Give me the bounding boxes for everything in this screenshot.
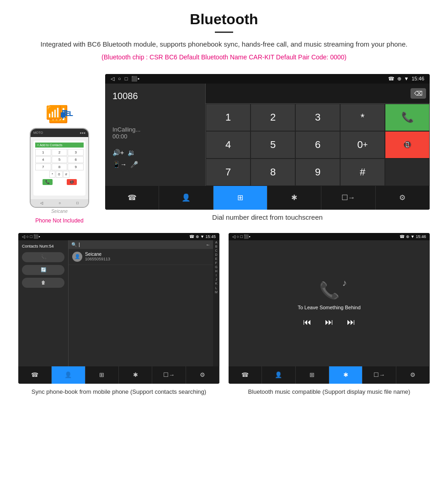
car-phone-number: 10086 [112,91,198,101]
car-mic-icon[interactable]: 🎤 [130,161,138,168]
phone-call-buttons: 📞 📵 [35,179,84,185]
m-tab-dialpad[interactable]: ⊞ [296,366,329,384]
car-tab-dialpad[interactable]: ⊞ [213,186,267,210]
car-key-6[interactable]: 6 [295,131,340,159]
car-location-icon: ⊕ [397,76,401,82]
contacts-bottom-bar: ☎ 👤 ⊞ ✱ ☐→ ⚙ [18,366,219,384]
car-calling-status: InCalling... [112,126,198,133]
car-end-button[interactable]: 📵 [385,131,430,159]
m-tab-contacts[interactable]: 👤 [262,366,295,384]
phone-home-icon: ○ [59,201,61,205]
c-tab-contacts[interactable]: 👤 [52,366,85,384]
search-back-icon[interactable]: ← [206,242,210,247]
car-key-2[interactable]: 2 [251,104,295,131]
car-transfer-icon[interactable]: 📱→ [112,161,127,168]
phone-frame: MOTO ●●● + Add to Contacts 123 456 789 *… [30,128,89,208]
music-next-icon[interactable]: ⏭ [347,317,355,327]
c-tab-settings[interactable]: ⚙ [186,366,219,384]
c-tab-transfer[interactable]: ☐→ [152,366,186,384]
car-tab-calls[interactable]: ☎ [105,186,159,210]
phone-end-button: 📵 [67,179,77,185]
music-controls: ⏮ ⏭ ⏭ [303,317,355,327]
car-call-button[interactable]: 📞 [385,104,430,131]
m-tab-bluetooth[interactable]: ✱ [329,366,363,384]
car-extra-buttons: 📱→ 🎤 [112,161,198,168]
music-screen-inner: ◁ ○ □ ⬛▪ ☎ ⊕ ▼ 15:46 📞 ♪ To Leave Someth… [229,233,430,384]
car-clock: 15:46 [411,76,424,81]
c-tab-dialpad[interactable]: ⊞ [85,366,119,384]
car-bottom-bar: ☎ 👤 ⊞ ✱ ☐→ ⚙ [105,186,430,210]
phone-mockup: 📶 ✸ 📶 ℡ MOTO ●●● + Add to Contacts 123 [18,101,101,224]
contacts-caption: Sync phone-book from mobile phone (Suppo… [18,387,219,397]
contacts-status-right: ☎ ⊕ ▼ 15:45 [189,234,216,239]
bluetooth-logo-icon: ℡ [62,107,73,119]
trash-icon: 🗑 [41,280,46,285]
car-back-icon: ◁ [111,76,114,82]
contacts-right-panel: 🔍 | ← 👤 Seicane 10655059113 [69,240,213,366]
call-icon: 📞 [41,254,46,259]
car-notif-icon: ⬛▪ [131,76,139,82]
car-tab-bluetooth[interactable]: ✱ [267,186,321,210]
search-icon: 🔍 [71,242,77,247]
car-status-bar: ◁ ○ □ ⬛▪ ☎ ⊕ ▼ 15:46 [105,74,430,84]
search-row: 🔍 | ← [69,240,213,249]
phone-zero-row: *0# [35,171,84,178]
c-tab-calls[interactable]: ☎ [18,366,52,384]
car-key-0plus[interactable]: 0+ [340,131,385,159]
car-home-icon: ○ [118,76,121,82]
contacts-body: Contacts Num:54 📞 🔄 🗑 🔍 [18,240,219,366]
music-phone-icon: 📞 [319,281,340,300]
phone-menu-icon: □ [76,201,79,205]
music-play-next-icon[interactable]: ⏭ [325,317,333,327]
page-header: Bluetooth Integrated with BC6 Bluetooth … [0,0,448,69]
car-key-7[interactable]: 7 [206,159,251,186]
header-specs: (Bluetooth chip : CSR BC6 Default Blueto… [9,53,439,62]
car-screen: ◁ ○ □ ⬛▪ ☎ ⊕ ▼ 15:46 10086 InCa [105,74,430,210]
car-screen-wrapper: ◁ ○ □ ⬛▪ ☎ ⊕ ▼ 15:46 10086 InCa [105,74,430,228]
call-contact-button[interactable]: 📞 [22,252,64,262]
car-key-hash[interactable]: # [340,159,385,186]
contacts-count: Contacts Num:54 [22,244,64,248]
bottom-row: ◁ ○ □ ⬛▪ ☎ ⊕ ▼ 15:45 Contacts Num:54 📞 🔄 [0,233,448,397]
header-description: Integrated with BC6 Bluetooth module, su… [9,39,439,50]
m-tab-transfer[interactable]: ☐→ [363,366,396,384]
car-tab-settings[interactable]: ⚙ [376,186,430,210]
contact-phone: 10655059113 [85,257,209,261]
car-right-panel: ⌫ 1 2 3 * 📞 4 5 6 0+ 📵 7 8 [206,84,430,186]
avatar-icon: 👤 [75,254,80,259]
contact-info: Seicane 10655059113 [85,252,209,261]
delete-contact-button[interactable]: 🗑 [22,278,64,288]
phone-screen: + Add to Contacts 123 456 789 *0# 📞 📵 [33,141,85,196]
car-vol-down-icon[interactable]: 🔉 [128,149,135,156]
music-prev-icon[interactable]: ⏮ [303,317,311,327]
main-caption: Dial number direct from touchscreen [105,213,430,221]
m-tab-settings[interactable]: ⚙ [396,366,430,384]
phone-add-contacts: + Add to Contacts [35,143,84,148]
c-tab-bluetooth[interactable]: ✱ [119,366,152,384]
car-status-right: ☎ ⊕ ▼ 15:46 [388,76,424,82]
seicane-watermark: Seicane [51,209,68,214]
car-vol-up-icon[interactable]: 🔊+ [112,149,124,156]
car-key-3[interactable]: 3 [295,104,340,131]
wifi-waves-icon: 📶 [46,105,62,120]
car-backspace-button[interactable]: ⌫ [411,88,426,99]
music-song-title: To Leave Something Behind [298,305,361,310]
contact-list-item[interactable]: 👤 Seicane 10655059113 [69,249,213,265]
car-key-4[interactable]: 4 [206,131,251,159]
car-key-9[interactable]: 9 [295,159,340,186]
m-tab-calls[interactable]: ☎ [229,366,262,384]
contacts-status-bar: ◁ ○ □ ⬛▪ ☎ ⊕ ▼ 15:45 [18,233,219,240]
car-tab-transfer[interactable]: ☐→ [321,186,375,210]
phone-carrier: MOTO [33,131,43,134]
car-key-8[interactable]: 8 [251,159,295,186]
sync-contact-button[interactable]: 🔄 [22,265,64,275]
car-nav-icons: ◁ ○ □ ⬛▪ [111,76,139,82]
contact-name: Seicane [85,252,209,257]
contact-avatar: 👤 [72,252,82,262]
car-tab-contacts[interactable]: 👤 [159,186,213,210]
car-key-star[interactable]: * [340,104,385,131]
contacts-left-panel: Contacts Num:54 📞 🔄 🗑 [18,240,69,366]
car-key-5[interactable]: 5 [251,131,295,159]
music-icon-area: 📞 ♪ [319,280,340,300]
car-key-1[interactable]: 1 [206,104,251,131]
